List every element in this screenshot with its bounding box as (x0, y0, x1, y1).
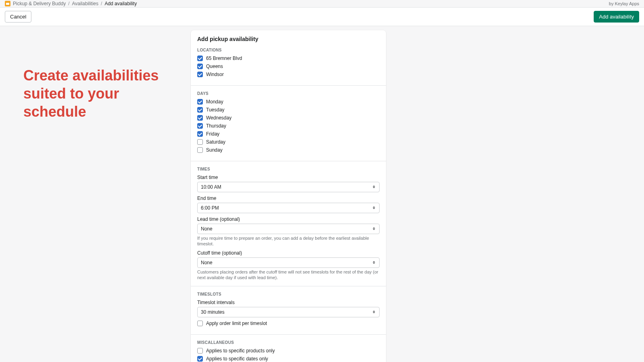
lead-time-label: Lead time (optional) (197, 216, 380, 222)
main-content: Create availabilities suited to your sch… (0, 26, 644, 362)
times-section: TIMES Start time 10:00 AM End time 6:00 … (191, 161, 386, 286)
days-label: DAYS (197, 91, 380, 96)
app-icon (5, 1, 10, 6)
lead-time-value: None (201, 226, 213, 232)
breadcrumb-availabilities[interactable]: Availabilities (72, 1, 99, 6)
day-checkbox[interactable] (197, 99, 203, 105)
day-checkbox[interactable] (197, 107, 203, 113)
cutoff-time-value: None (201, 260, 213, 265)
interval-value: 30 minutes (201, 309, 225, 315)
availability-card: Add pickup availability LOCATIONS 65 Bre… (191, 30, 386, 362)
headline-wrap: Create availabilities suited to your sch… (6, 30, 183, 121)
select-caret-icon (373, 185, 376, 189)
day-label: Friday (206, 131, 219, 137)
end-time-select[interactable]: 6:00 PM (197, 203, 380, 213)
location-checkbox[interactable] (197, 64, 203, 69)
marketing-headline: Create availabilities suited to your sch… (23, 66, 183, 121)
breadcrumb-bar: Pickup & Delivery Buddy / Availabilities… (0, 0, 644, 7)
action-bar: Cancel Add availability (0, 7, 644, 26)
day-label: Saturday (206, 139, 225, 145)
misc-label: MISCALLANEOUS (197, 340, 380, 345)
start-time-label: Start time (197, 175, 380, 180)
days-section: DAYS MondayTuesdayWednesdayThursdayFrida… (191, 85, 386, 161)
misc-section: MISCALLANEOUS Applies to specific produc… (191, 334, 386, 362)
cutoff-time-label: Cutoff time (optional) (197, 250, 380, 256)
location-row[interactable]: Queens (197, 64, 380, 69)
day-row[interactable]: Friday (197, 131, 380, 137)
lead-time-select[interactable]: None (197, 224, 380, 234)
specific-dates-checkbox[interactable] (197, 356, 203, 362)
select-caret-icon (373, 261, 376, 264)
end-time-value: 6:00 PM (201, 205, 219, 211)
location-row[interactable]: Windsor (197, 72, 380, 77)
day-label: Tuesday (206, 107, 225, 113)
locations-section: LOCATIONS 65 Bremner BlvdQueensWindsor (191, 45, 386, 85)
cancel-button[interactable]: Cancel (5, 11, 31, 23)
start-time-select[interactable]: 10:00 AM (197, 182, 380, 192)
location-checkbox[interactable] (197, 72, 203, 77)
interval-select[interactable]: 30 minutes (197, 307, 380, 317)
select-caret-icon (373, 227, 376, 230)
breadcrumb-sep: / (101, 1, 102, 6)
breadcrumb-sep: / (68, 1, 69, 6)
specific-products-row[interactable]: Applies to specific products only (197, 348, 380, 354)
add-availability-button-top[interactable]: Add availability (594, 11, 639, 23)
timeslots-section: TIMESLOTS Timeslot intervals 30 minutes … (191, 286, 386, 334)
specific-dates-label: Applies to specific dates only (206, 356, 268, 362)
day-row[interactable]: Saturday (197, 139, 380, 145)
day-checkbox[interactable] (197, 131, 203, 137)
day-label: Thursday (206, 123, 226, 129)
order-limit-label: Apply order limit per timeslot (206, 321, 267, 326)
cutoff-time-help: Customers placing orders after the cutof… (197, 269, 380, 281)
locations-label: LOCATIONS (197, 48, 380, 52)
location-label: Queens (206, 64, 223, 69)
select-caret-icon (373, 311, 376, 314)
select-caret-icon (373, 206, 376, 210)
lead-time-help: If you require time to prepare an order,… (197, 235, 380, 247)
cutoff-time-select[interactable]: None (197, 257, 380, 268)
location-checkbox[interactable] (197, 56, 203, 61)
day-row[interactable]: Wednesday (197, 115, 380, 121)
day-row[interactable]: Thursday (197, 123, 380, 129)
order-limit-checkbox-row[interactable]: Apply order limit per timeslot (197, 321, 380, 326)
location-row[interactable]: 65 Bremner Blvd (197, 56, 380, 61)
specific-dates-row[interactable]: Applies to specific dates only (197, 356, 380, 362)
day-checkbox[interactable] (197, 115, 203, 121)
location-label: 65 Bremner Blvd (206, 56, 242, 61)
day-label: Wednesday (206, 115, 231, 121)
day-checkbox[interactable] (197, 139, 203, 145)
card-title: Add pickup availability (191, 30, 386, 45)
credit-text: by Keylay Apps (609, 1, 639, 6)
day-checkbox[interactable] (197, 147, 203, 153)
breadcrumb: Pickup & Delivery Buddy / Availabilities… (5, 1, 137, 6)
specific-products-label: Applies to specific products only (206, 348, 275, 354)
start-time-value: 10:00 AM (201, 184, 221, 190)
breadcrumb-app[interactable]: Pickup & Delivery Buddy (13, 1, 66, 6)
order-limit-checkbox[interactable] (197, 321, 203, 326)
day-row[interactable]: Sunday (197, 147, 380, 153)
specific-products-checkbox[interactable] (197, 348, 203, 354)
end-time-label: End time (197, 195, 380, 201)
day-checkbox[interactable] (197, 123, 203, 129)
day-label: Monday (206, 99, 223, 105)
day-row[interactable]: Monday (197, 99, 380, 105)
day-row[interactable]: Tuesday (197, 107, 380, 113)
day-label: Sunday (206, 147, 223, 153)
breadcrumb-current: Add availability (105, 1, 137, 6)
location-label: Windsor (206, 72, 224, 77)
times-label: TIMES (197, 167, 380, 171)
interval-label: Timeslot intervals (197, 300, 380, 305)
timeslots-label: TIMESLOTS (197, 292, 380, 296)
